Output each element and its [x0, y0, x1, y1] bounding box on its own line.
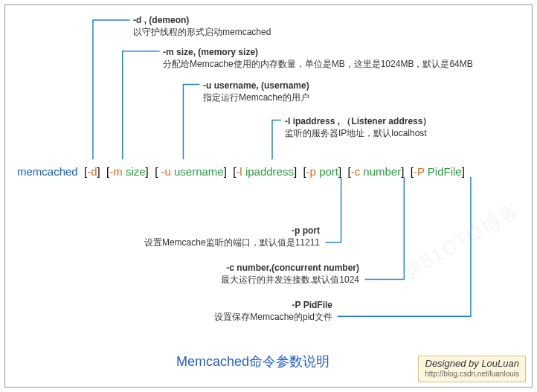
note-p-title: -p port	[292, 225, 320, 236]
arg-1-close: ]	[146, 165, 149, 178]
arg-4-flag: -p	[306, 165, 320, 178]
credit-url: http://blog.csdn.net/luanlouis	[425, 370, 519, 378]
arg-6-val: PidFile	[428, 165, 462, 178]
note-Pfile-title: -P PidFile	[292, 300, 332, 310]
note-l: -l ipaddress , （Listener address） 监听的服务器…	[285, 115, 431, 139]
arg-6-flag: -P	[414, 165, 428, 178]
arg-3-val: ipaddress	[245, 165, 294, 178]
note-Pfile: -P PidFile 设置保存Memcache的pid文件	[214, 299, 332, 323]
arg-2-flag: -u	[161, 165, 174, 178]
arg-5-flag: -c	[351, 165, 364, 178]
note-m-desc: 分配给Memcache使用的内存数量，单位是MB，这里是1024MB，默认是64…	[163, 59, 473, 69]
arg-2-val: username	[174, 165, 224, 178]
note-d-desc: 以守护线程的形式启动memcached	[133, 27, 271, 37]
note-c-title: -c number,(concurrent number)	[226, 263, 359, 273]
arg-6-close: ]	[462, 165, 465, 178]
note-m: -m size, (memory size) 分配给Memcache使用的内存数…	[163, 46, 473, 70]
credit-box: Designed by LouLuan http://blog.csdn.net…	[418, 356, 526, 382]
arg-3-flag: -l	[236, 165, 245, 178]
arg-4-val: port	[319, 165, 338, 178]
note-u: -u username, (username) 指定运行Memcache的用户	[203, 80, 309, 103]
arg-5-close: ]	[401, 165, 404, 178]
command-line: memcached [-d] [-m size] [ -u username] …	[17, 165, 465, 178]
diagram-caption: Memcached命令参数说明	[176, 353, 329, 370]
arg-0-flag: -d	[87, 165, 97, 178]
diagram-frame: @51CTO博客 -d , (demeon) 以守护线程的形式启动memcach…	[4, 4, 533, 388]
arg-3-close: ]	[294, 165, 297, 178]
note-d-title: -d , (demeon)	[133, 15, 189, 25]
note-p-desc: 设置Memcache监听的端口，默认值是11211	[144, 237, 320, 248]
note-u-title: -u username, (username)	[203, 80, 309, 91]
command-name: memcached	[17, 165, 78, 178]
note-c: -c number,(concurrent number) 最大运行的并发连接数…	[221, 262, 359, 286]
note-u-desc: 指定运行Memcache的用户	[203, 92, 309, 103]
note-l-title: -l ipaddress , （Listener address）	[285, 116, 431, 126]
note-c-desc: 最大运行的并发连接数.默认值1024	[221, 274, 359, 285]
arg-2-close: ]	[224, 165, 227, 178]
note-Pfile-desc: 设置保存Memcache的pid文件	[214, 312, 332, 322]
note-d: -d , (demeon) 以守护线程的形式启动memcached	[133, 14, 271, 38]
arg-1-val: size	[126, 165, 146, 178]
arg-5-val: number	[363, 165, 401, 178]
watermark: @51CTO博客	[397, 197, 524, 286]
note-p: -p port 设置Memcache监听的端口，默认值是11211	[144, 225, 320, 248]
arg-1-flag: -m	[109, 165, 126, 178]
note-m-title: -m size, (memory size)	[163, 47, 258, 57]
arg-4-close: ]	[338, 165, 341, 178]
credit-by: Designed by LouLuan	[425, 358, 520, 369]
arg-0-close: ]	[97, 165, 100, 178]
note-l-desc: 监听的服务器IP地址，默认localhost	[285, 128, 427, 138]
